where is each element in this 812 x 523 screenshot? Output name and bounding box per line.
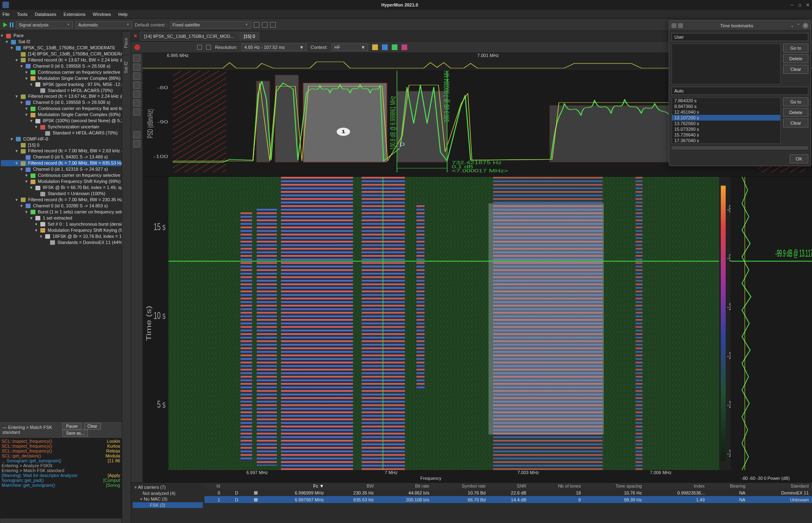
tree-node[interactable]: ▾ 8PSK_SC_13dB_1750Bd_CCIR_MODERATE <box>1 45 121 51</box>
auto-clear-button[interactable]: Clear <box>783 119 808 127</box>
bookmark-item[interactable]: 13.762560 s <box>672 121 780 126</box>
tree-node[interactable]: ▾ Pace <box>1 33 121 39</box>
vtab-pace[interactable]: Pace <box>122 31 129 55</box>
resolution-dropdown[interactable]: 4.65 Hz - 107.52 ms▼ <box>241 44 307 51</box>
tree-node[interactable]: ▾ Continuous carrier on frequency flat a… <box>1 105 121 112</box>
tree-node[interactable]: ▾ Channel 0 (id 0, 10280 S -> 14.803 s) <box>1 203 121 209</box>
table-header[interactable]: Bit rate <box>377 483 432 489</box>
tree-node[interactable]: ▾ Continuous carrier on frequency select… <box>1 172 121 178</box>
tree-node[interactable]: Channel 0 (id 5, 84301 S -> 13.488 s) <box>1 154 121 160</box>
tree-node[interactable]: [15] 0 <box>1 142 121 148</box>
vtool-8[interactable] <box>133 131 140 138</box>
tree-node[interactable]: ▾ 8PSK (good tracking : 97.5%, MSE -12.0… <box>1 81 121 88</box>
layout-icon-3[interactable] <box>270 22 276 28</box>
menu-file[interactable]: File <box>2 12 10 17</box>
vtool-4[interactable] <box>133 81 140 89</box>
table-header[interactable]: Index <box>645 483 708 489</box>
table-row[interactable]: 1D▦6.997997 MHz835.53 Hz200.108 b/s66.70… <box>204 496 812 503</box>
bookmark-item[interactable]: 7.864320 s <box>672 98 780 103</box>
panel-maximize-icon[interactable]: ⌃ <box>797 23 800 29</box>
tree-node[interactable]: ▾ COMP-HF-0 <box>1 136 121 142</box>
export-icon[interactable] <box>372 44 378 50</box>
bookmark-item[interactable]: 15.728640 s <box>672 132 780 138</box>
tree-node[interactable]: Standard = HFDL-ACARS (70%) <box>1 88 121 94</box>
tree-node[interactable]: ▾ Channel 0 (id 0, 199558 S -> 28.508 s) <box>1 63 121 69</box>
close-icon[interactable]: ✕ <box>806 2 810 7</box>
tree-node[interactable]: ▾ Synchronization uncertain <box>1 124 121 130</box>
tree-node[interactable]: ▾ Sat-f2 <box>1 39 121 45</box>
bookmark-item[interactable]: 15.073280 s <box>672 126 780 132</box>
user-clear-button[interactable]: Clear <box>783 65 808 74</box>
table-header[interactable] <box>224 483 241 489</box>
save-icon[interactable] <box>382 44 388 50</box>
tree-node[interactable]: ▾ 8PSK (100%) (second best None) @ 5.250… <box>1 118 121 124</box>
carrier-tree-item[interactable]: ▾ No MAC (3) <box>133 496 203 502</box>
editor-tab[interactable]: [14] 8PSK_SC_13dB_1750Bd_CCIR_MOD... <box>140 32 239 41</box>
bookmark-item[interactable]: 8.847360 s <box>672 103 780 109</box>
context-dropdown-2[interactable]: HF▼ <box>331 44 368 51</box>
tree-node[interactable]: ▾ 8FSK @ Br = 66.70 Bd, index = 1.49, sp… <box>1 185 121 191</box>
tree-node[interactable]: [14] 8PSK_SC_13dB_1750Bd_CCIR_MODERATE <box>1 51 121 57</box>
context-dropdown[interactable]: Fixed satellite▼ <box>170 21 251 29</box>
user-goto-button[interactable]: Go to <box>783 44 808 53</box>
layout-icon-1[interactable] <box>254 22 259 28</box>
table-header[interactable]: Standard <box>748 483 812 489</box>
user-delete-button[interactable]: Delete <box>783 54 808 63</box>
tool-icon-1[interactable] <box>197 45 202 50</box>
auto-dropdown[interactable]: Automatic▼ <box>75 21 132 29</box>
vtool-5[interactable] <box>133 90 140 98</box>
bookmark-user-input[interactable] <box>672 33 808 41</box>
close-all-tabs-icon[interactable]: ✕ <box>134 33 137 39</box>
tree-node[interactable]: ▾ Modulation Frequency Shift Keying (99%… <box>1 178 121 185</box>
analysis-mode-dropdown[interactable]: Signal analysis▼ <box>16 21 73 29</box>
tree-node[interactable]: ▾ Filtered record (fc = 7.00 MHz, BW = 2… <box>1 197 121 203</box>
tree-node[interactable]: Standards = DominoEX 11 (44%), Do <box>1 240 121 246</box>
bookmark-item[interactable]: 12.451840 s <box>672 109 780 115</box>
table-header[interactable]: Fc ▼ <box>261 483 327 489</box>
tool-icon-2[interactable] <box>206 45 211 50</box>
tree-node[interactable]: ▾ 18FSK @ Br = 10.76 Bd, index = 1.00, s <box>1 233 121 240</box>
table-row[interactable]: 0D▦6.996999 MHz230.35 Hz44.862 b/s10.76 … <box>204 489 812 496</box>
tree-node[interactable]: ▾ Burst (1 in 1 sets) carrier on frequen… <box>1 209 121 215</box>
menu-databases[interactable]: Databases <box>35 12 56 17</box>
vtool-6[interactable] <box>133 99 140 107</box>
table-header[interactable]: Symbol rate <box>432 483 489 489</box>
vtool-9[interactable] <box>133 140 140 147</box>
table-header[interactable]: Bearing <box>708 483 749 489</box>
auto-delete-button[interactable]: Delete <box>783 108 808 117</box>
log-scrollbar[interactable] <box>0 519 122 523</box>
marker-icon[interactable] <box>402 44 407 50</box>
panel-collapse-icon[interactable]: ⌄ <box>790 23 794 29</box>
table-header[interactable]: Id <box>204 483 224 489</box>
tree-node[interactable]: ▾ Channel 0 (id 1, 62318 S -> 24.927 s) <box>1 166 121 172</box>
tree-node[interactable]: ▾ Modulation Single Carrier Complex (93%… <box>1 112 121 118</box>
tree-node[interactable]: ▾ Filtered record (fc = 13.67 Hz, BW = 2… <box>1 57 121 63</box>
menu-windows[interactable]: Windows <box>93 12 111 17</box>
log-clear-button[interactable]: Clear <box>84 423 101 430</box>
tree-node[interactable]: ▾ 1 set extracted <box>1 215 121 221</box>
tree-node[interactable]: ▾ Filtered record (fc = 7.00 MHz, BW = 8… <box>1 160 121 166</box>
log-saveas-button[interactable]: Save as... <box>62 430 88 437</box>
tree-node[interactable]: Standard = HFDL-ACARS (70%) <box>1 130 121 136</box>
play-icon[interactable] <box>3 22 7 27</box>
bookmark-auto-input[interactable] <box>672 87 808 95</box>
vtool-3[interactable] <box>133 73 140 80</box>
carrier-tree-item[interactable]: Not analyzed (4) <box>133 490 203 496</box>
pin-icon[interactable] <box>678 23 683 28</box>
vtool-1[interactable] <box>133 55 140 62</box>
table-header[interactable]: BW <box>327 483 377 489</box>
tree-node[interactable]: ▾ Modulation Frequency Shift Keying (99%… <box>1 227 121 233</box>
panel-icon-1[interactable] <box>672 23 676 28</box>
ok-button[interactable]: OK <box>790 154 808 163</box>
panel-close-icon[interactable]: ✕ <box>803 23 808 29</box>
time-bookmarks-panel[interactable]: Time bookmarks ⌄⌃✕ Go to Delete Clear 7.… <box>669 20 811 166</box>
grid-icon[interactable] <box>392 44 397 50</box>
bookmark-item[interactable]: 17.367040 s <box>672 138 780 143</box>
minimize-icon[interactable]: ─ <box>790 2 794 7</box>
vtab-sat-f2[interactable]: Sat-f2 <box>122 55 129 80</box>
tree-node[interactable]: Standard = Unknown (100%) <box>1 191 121 197</box>
bookmarks-scrollbar[interactable] <box>672 146 808 149</box>
menu-help[interactable]: Help <box>118 12 127 17</box>
tree-node[interactable]: ▾ Filtered record (fc = 7.00 MHz, BW = 2… <box>1 148 121 154</box>
spectrogram-plot[interactable]: Time (s) 15 s 10 s 5 s <box>143 177 719 470</box>
